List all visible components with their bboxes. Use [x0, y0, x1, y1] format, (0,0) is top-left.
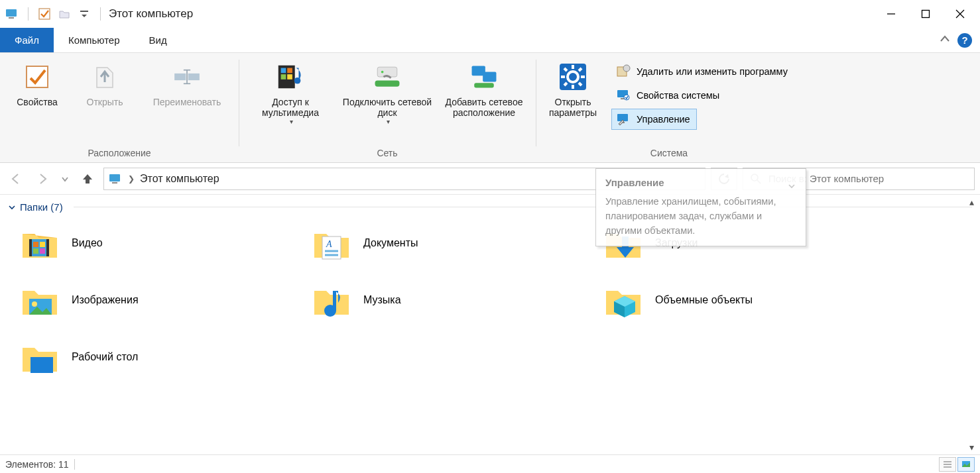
app-icon[interactable] [3, 5, 21, 23]
folder-item-pictures[interactable]: Изображения [20, 280, 298, 320]
svg-rect-52 [33, 248, 38, 254]
collapse-ribbon-icon[interactable] [939, 34, 951, 46]
gear-icon [557, 61, 589, 93]
tab-file[interactable]: Файл [0, 28, 54, 52]
quick-access-toolbar [3, 5, 106, 23]
svg-rect-48 [29, 239, 32, 256]
ribbon-group-network: Доступ к мультимедиа▾ Подключить сетевой… [239, 53, 536, 162]
folder-item-3dobjects[interactable]: Объемные объекты [603, 280, 882, 320]
computer-icon [108, 173, 123, 185]
tooltip-body: Управление хранилищем, событиями, планир… [605, 195, 796, 238]
nav-forward-button[interactable] [32, 168, 53, 189]
help-button[interactable]: ? [957, 33, 972, 48]
svg-rect-15 [281, 68, 286, 74]
view-icons-button[interactable] [957, 457, 975, 472]
chevron-down-icon: ▾ [387, 118, 390, 125]
scroll-up-button[interactable]: ▴ [965, 196, 977, 208]
qat-customize-icon[interactable] [75, 5, 93, 23]
svg-rect-8 [27, 66, 48, 87]
scroll-down-button[interactable]: ▾ [965, 441, 977, 453]
svg-rect-10 [188, 74, 200, 80]
open-settings-button[interactable]: Открыть параметры [541, 57, 605, 146]
ribbon-tabs: Файл Компьютер Вид ? [0, 28, 980, 53]
svg-line-33 [579, 83, 582, 85]
map-drive-button[interactable]: Подключить сетевой диск▾ [341, 57, 434, 146]
svg-rect-47 [29, 239, 49, 256]
folders-grid: Видео A Документы Загрузки [0, 218, 980, 382]
svg-rect-5 [922, 11, 930, 18]
navigation-bar: ❯ Этот компьютер [0, 163, 980, 195]
system-properties-button[interactable]: Свойства системы [611, 85, 726, 106]
media-access-icon [275, 61, 306, 93]
view-details-button[interactable] [939, 457, 956, 472]
folder-label: Объемные объекты [655, 294, 753, 306]
folder-label: Видео [72, 237, 103, 249]
tab-view[interactable]: Вид [135, 28, 182, 52]
nav-back-button[interactable] [5, 168, 27, 189]
titlebar: Этот компьютер [0, 0, 980, 28]
tab-computer[interactable]: Компьютер [54, 28, 135, 52]
location-group-label: Расположение [88, 146, 151, 161]
map-drive-icon [371, 61, 403, 93]
chevron-down-icon [787, 182, 796, 191]
svg-point-61 [324, 305, 336, 317]
divider [74, 459, 75, 470]
status-items-count: Элементов: 11 [5, 459, 69, 470]
qat-properties-icon[interactable] [35, 5, 54, 23]
rename-button[interactable]: Переименовать [141, 57, 233, 146]
map-drive-label: Подключить сетевой диск [341, 97, 434, 118]
uninstall-program-button[interactable]: Удалить или изменить программу [611, 61, 794, 82]
open-icon [89, 61, 121, 93]
svg-rect-1 [9, 17, 14, 19]
svg-rect-3 [80, 11, 88, 12]
uninstall-label: Удалить или изменить программу [637, 66, 788, 77]
svg-rect-44 [112, 182, 117, 184]
svg-rect-0 [6, 9, 17, 17]
folder-item-videos[interactable]: Видео [20, 223, 298, 263]
folder-item-music[interactable]: Музыка [312, 280, 590, 320]
nav-up-button[interactable] [77, 168, 98, 189]
monitor-icon [615, 87, 631, 103]
folder-item-desktop[interactable]: Рабочий стол [20, 337, 298, 377]
chevron-right-icon: ❯ [128, 174, 135, 184]
properties-button[interactable]: Свойства [5, 57, 69, 146]
manage-label: Управление [637, 114, 690, 125]
rename-label: Переименовать [153, 97, 221, 107]
chevron-down-icon [8, 203, 16, 211]
rename-icon [171, 61, 203, 93]
svg-rect-50 [33, 242, 38, 247]
svg-line-35 [564, 83, 567, 85]
folder-icon [312, 280, 351, 320]
folder-icon [20, 280, 60, 320]
folders-group-header[interactable]: Папки (7) [0, 195, 980, 218]
svg-rect-25 [474, 83, 494, 87]
system-properties-label: Свойства системы [637, 90, 719, 101]
nav-history-dropdown[interactable] [58, 168, 72, 189]
divider [28, 7, 29, 21]
close-button[interactable] [943, 1, 977, 26]
ribbon-group-location: Свойства Открыть Переименовать Расположе… [0, 53, 239, 162]
svg-rect-22 [375, 81, 400, 87]
folder-item-documents[interactable]: A Документы [312, 223, 590, 263]
svg-rect-2 [39, 9, 50, 19]
status-bar: Элементов: 11 [0, 454, 980, 473]
window-title: Этот компьютер [109, 7, 193, 21]
svg-rect-43 [109, 174, 120, 182]
svg-point-37 [623, 65, 630, 72]
svg-line-34 [579, 68, 582, 71]
folder-icon: A [312, 223, 351, 263]
add-location-button[interactable]: Добавить сетевое расположение [438, 57, 530, 146]
properties-label: Свойства [17, 97, 57, 107]
open-button[interactable]: Открыть [73, 57, 137, 146]
folder-icon [20, 223, 60, 263]
divider [100, 7, 101, 21]
folder-label: Рабочий стол [72, 351, 138, 363]
svg-rect-24 [483, 72, 496, 82]
minimize-button[interactable] [874, 1, 908, 26]
media-access-button[interactable]: Доступ к мультимедиа▾ [244, 57, 337, 146]
maximize-button[interactable] [908, 1, 943, 26]
svg-rect-49 [46, 239, 49, 256]
manage-button[interactable]: Управление [611, 109, 697, 130]
svg-rect-51 [40, 242, 45, 247]
qat-newfolder-icon[interactable] [55, 5, 74, 23]
